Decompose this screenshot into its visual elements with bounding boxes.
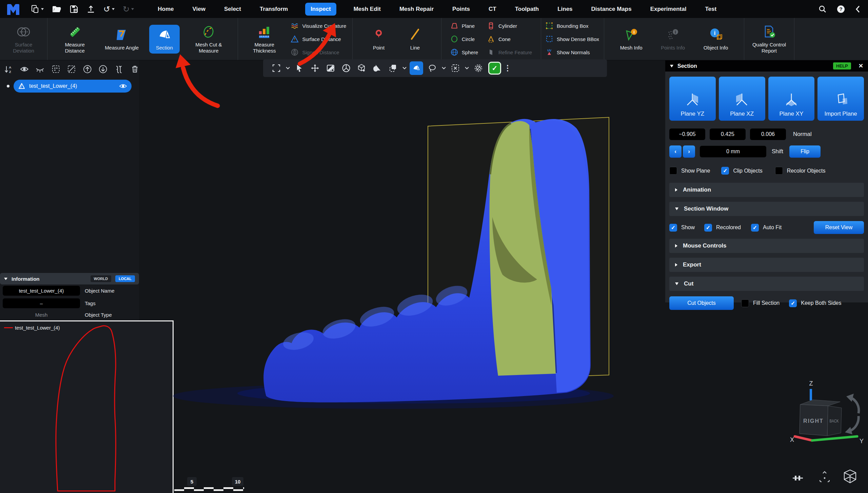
cylinder-item[interactable]: Cylinder (487, 19, 532, 32)
show-all-eye-icon[interactable] (20, 65, 29, 74)
plane-item[interactable]: Plane (450, 19, 478, 32)
measure-distance-button[interactable]: Measure Distance (55, 22, 95, 56)
sort-icon[interactable]: AZ (4, 65, 13, 74)
quality-control-report-button[interactable]: Quality Control Report (744, 22, 794, 56)
reset-view-button[interactable]: Reset View (814, 221, 864, 234)
search-icon[interactable] (818, 5, 827, 13)
tab-points[interactable]: Points (451, 4, 471, 15)
deselect-box-button[interactable] (448, 61, 463, 76)
chevron-down-icon[interactable] (401, 61, 408, 76)
save-button[interactable] (70, 5, 78, 14)
cut-objects-button[interactable]: Cut Objects (669, 296, 734, 310)
section-button[interactable]: Section (149, 25, 180, 54)
recolor-objects-checkbox[interactable] (775, 167, 783, 175)
tab-lines[interactable]: Lines (556, 4, 574, 15)
more-options-kebab-icon[interactable]: ⋮ (503, 61, 512, 76)
surface-deviation-button[interactable]: Surface Deviation (4, 22, 43, 56)
tab-distance-maps[interactable]: Distance Maps (590, 4, 633, 15)
normal-x-field[interactable]: −0.905 (669, 129, 705, 140)
information-header[interactable]: Information WORLD LOCAL (0, 273, 139, 284)
sphere-item[interactable]: Sphere (450, 46, 478, 59)
sw-recolored-checkbox[interactable] (704, 224, 712, 232)
show-plane-checkbox[interactable] (669, 167, 677, 175)
bounding-box-item[interactable]: Bounding Box (545, 19, 599, 32)
cut-group-header[interactable]: Cut (669, 277, 864, 291)
sw-show-checkbox[interactable] (669, 224, 677, 232)
tab-experimental[interactable]: Experimental (649, 4, 688, 15)
sw-auto-fit-checkbox[interactable] (751, 224, 759, 232)
move-up-icon[interactable] (83, 65, 92, 74)
shift-increase-button[interactable]: › (683, 145, 695, 158)
section-window-group-header[interactable]: Section Window (669, 202, 864, 216)
lasso-select-button[interactable] (425, 61, 440, 76)
mesh-info-button[interactable]: i Mesh Info (617, 25, 645, 53)
help-badge[interactable]: HELP (833, 62, 851, 70)
undo-button[interactable]: ↺ (103, 5, 115, 13)
chevron-down-icon[interactable] (284, 61, 292, 76)
object-info-button[interactable]: i Object Info (701, 25, 731, 53)
point-button[interactable]: Point (369, 25, 389, 53)
flip-button[interactable]: Flip (789, 145, 821, 158)
tab-home[interactable]: Home (156, 4, 175, 15)
normal-y-field[interactable]: 0.425 (710, 129, 746, 140)
tab-toolpath[interactable]: Toolpath (514, 4, 540, 15)
move-button[interactable] (307, 61, 323, 76)
cone-item[interactable]: Cone (487, 33, 532, 45)
help-icon[interactable]: ? (837, 5, 845, 13)
select-all-icon[interactable] (52, 65, 60, 74)
delete-icon[interactable] (131, 65, 139, 74)
tags-field[interactable]: – (3, 298, 80, 308)
show-normals-item[interactable]: Show Normals (545, 46, 599, 59)
normal-z-field[interactable]: 0.006 (750, 129, 786, 140)
points-info-button[interactable]: i Points Info (658, 25, 688, 53)
tab-transform[interactable]: Transform (258, 4, 289, 15)
mouse-controls-group-header[interactable]: Mouse Controls (669, 239, 864, 253)
line-button[interactable]: Line (405, 25, 425, 53)
perspective-cube-icon[interactable] (842, 469, 858, 484)
import-plane-button[interactable]: Import Plane (817, 77, 864, 121)
chevron-down-icon[interactable] (440, 61, 448, 76)
measure-angle-button[interactable]: Measure Angle (102, 25, 141, 53)
deselect-all-icon[interactable] (67, 65, 76, 74)
plane-xy-button[interactable]: Plane XY (768, 77, 815, 121)
keep-both-sides-checkbox[interactable] (789, 299, 797, 307)
object-name-field[interactable]: test_test_Lower_(4) (3, 286, 80, 296)
plane-yz-button[interactable]: Plane YZ (669, 77, 716, 121)
signed-distance-item[interactable]: Signed Distance (291, 46, 346, 59)
primitives-button[interactable] (370, 61, 385, 76)
plane-xz-button[interactable]: Plane XZ (719, 77, 765, 121)
tab-inspect[interactable]: Inspect (305, 3, 336, 16)
orbit-mode-icon[interactable] (818, 471, 831, 484)
add-mesh-button[interactable] (354, 61, 370, 76)
export-button[interactable] (86, 5, 95, 14)
visibility-eye-icon[interactable] (119, 83, 127, 89)
hide-all-eye-closed-icon[interactable] (36, 65, 44, 74)
measure-thickness-button[interactable]: Measure Thickness (244, 22, 285, 56)
section-panel-header[interactable]: Section HELP ✕ (665, 60, 868, 72)
visualize-curvature-item[interactable]: Visualize Curvature (291, 19, 346, 32)
select-cursor-button[interactable] (292, 61, 307, 76)
clip-slider-icon[interactable] (792, 472, 804, 484)
redo-button[interactable]: ↻ (123, 5, 134, 13)
tab-select[interactable]: Select (223, 4, 242, 15)
confirm-button[interactable]: ✓ (488, 62, 501, 75)
circle-item[interactable]: Circle (450, 33, 478, 45)
chevron-down-icon[interactable] (463, 61, 471, 76)
render-settings-button[interactable] (323, 61, 338, 76)
shift-decrease-button[interactable]: ‹ (669, 145, 682, 158)
open-button[interactable] (52, 5, 61, 13)
orientation-gizmo[interactable]: Z RIGHT BACK X Y (787, 378, 865, 451)
animation-group-header[interactable]: Animation (669, 183, 864, 197)
world-tab[interactable]: WORLD (91, 275, 112, 282)
tab-mesh-edit[interactable]: Mesh Edit (352, 4, 382, 15)
clip-objects-checkbox[interactable] (721, 167, 729, 175)
object-list-item[interactable]: test_test_Lower_(4) (14, 80, 132, 93)
new-project-button[interactable] (31, 5, 44, 14)
export-group-header[interactable]: Export (669, 258, 864, 272)
show-dense-bbox-item[interactable]: Show Dense BBox (545, 33, 599, 45)
section-tool-active-button[interactable] (410, 61, 423, 75)
arcball-rotate-button[interactable] (338, 61, 354, 76)
refine-feature-item[interactable]: Refine Feature (487, 46, 532, 59)
surface-distance-item[interactable]: Surface Distance (291, 33, 346, 45)
local-tab[interactable]: LOCAL (115, 275, 135, 282)
